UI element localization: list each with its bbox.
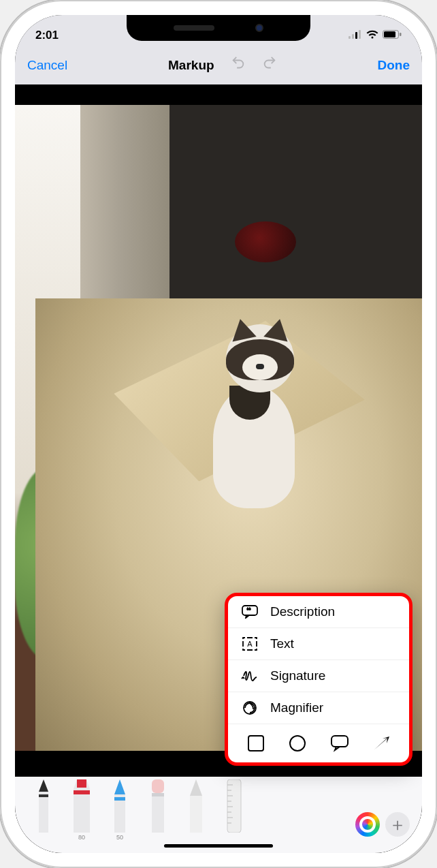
svg-text:A: A bbox=[247, 640, 253, 648]
pen-tool[interactable] bbox=[27, 779, 60, 841]
svg-rect-12 bbox=[248, 736, 263, 751]
shape-speech-bubble-button[interactable] bbox=[329, 732, 351, 754]
menu-item-label: Signature bbox=[270, 668, 325, 683]
svg-rect-17 bbox=[74, 790, 90, 794]
menu-item-signature[interactable]: Signature bbox=[228, 660, 409, 692]
svg-rect-6 bbox=[400, 33, 402, 36]
undo-button[interactable] bbox=[231, 57, 246, 75]
notch bbox=[127, 15, 310, 41]
menu-item-label: Description bbox=[270, 604, 335, 619]
add-menu-popup: Description A Text Signature bbox=[225, 593, 412, 766]
pencil-tool[interactable]: 50 bbox=[103, 779, 136, 841]
mute-switch bbox=[0, 143, 1, 170]
svg-rect-0 bbox=[349, 36, 351, 39]
menu-item-description[interactable]: Description bbox=[228, 596, 409, 628]
home-indicator[interactable] bbox=[164, 844, 273, 848]
add-button[interactable]: ＋ bbox=[385, 812, 410, 837]
content-area: Description A Text Signature bbox=[15, 84, 422, 853]
cancel-button[interactable]: Cancel bbox=[27, 58, 67, 73]
svg-rect-19 bbox=[152, 779, 164, 793]
status-right bbox=[349, 29, 402, 42]
color-picker-button[interactable] bbox=[355, 812, 380, 837]
svg-point-13 bbox=[290, 736, 305, 751]
svg-rect-1 bbox=[352, 34, 354, 39]
signature-icon bbox=[240, 669, 259, 683]
svg-rect-2 bbox=[355, 32, 357, 39]
svg-rect-15 bbox=[39, 794, 48, 797]
marker-tool[interactable]: 80 bbox=[65, 779, 98, 841]
menu-item-magnifier[interactable]: Magnifier bbox=[228, 692, 409, 724]
page-title: Markup bbox=[168, 58, 214, 73]
svg-rect-3 bbox=[359, 30, 361, 39]
redo-button[interactable] bbox=[262, 57, 277, 75]
svg-rect-22 bbox=[227, 779, 241, 833]
markup-toolbar: 80 50 bbox=[15, 777, 422, 853]
svg-point-9 bbox=[249, 608, 250, 610]
lasso-tool[interactable] bbox=[180, 779, 212, 841]
tool-size-label: 50 bbox=[116, 834, 123, 841]
device-frame: 2:01 Cancel Markup bbox=[0, 0, 437, 868]
menu-item-text[interactable]: A Text bbox=[228, 628, 409, 660]
nav-bar: Cancel Markup Done bbox=[15, 46, 422, 84]
speech-bubble-icon bbox=[240, 605, 259, 619]
shape-arrow-button[interactable] bbox=[370, 732, 392, 754]
shape-circle-button[interactable] bbox=[287, 732, 308, 754]
svg-rect-21 bbox=[152, 793, 164, 796]
volume-down bbox=[0, 266, 1, 320]
menu-item-label: Magnifier bbox=[270, 700, 323, 715]
svg-rect-14 bbox=[331, 736, 348, 747]
volume-up bbox=[0, 198, 1, 252]
screen: 2:01 Cancel Markup bbox=[15, 15, 422, 853]
cell-signal-icon bbox=[349, 29, 362, 42]
shape-row bbox=[228, 724, 409, 762]
magnifier-icon bbox=[240, 700, 259, 715]
status-time: 2:01 bbox=[35, 29, 59, 42]
tool-size-label: 80 bbox=[78, 834, 85, 841]
eraser-tool[interactable] bbox=[142, 779, 174, 841]
svg-rect-18 bbox=[114, 797, 125, 801]
svg-rect-16 bbox=[77, 779, 86, 788]
wifi-icon bbox=[366, 29, 378, 42]
svg-rect-20 bbox=[152, 793, 164, 833]
photo-subject-cat bbox=[202, 324, 311, 508]
battery-icon bbox=[383, 29, 402, 42]
done-button[interactable]: Done bbox=[377, 58, 410, 73]
svg-rect-5 bbox=[384, 31, 395, 37]
menu-item-label: Text bbox=[270, 636, 294, 651]
shape-square-button[interactable] bbox=[245, 732, 267, 754]
ruler-tool[interactable] bbox=[218, 779, 250, 841]
text-box-icon: A bbox=[240, 637, 259, 651]
svg-point-8 bbox=[247, 608, 248, 610]
